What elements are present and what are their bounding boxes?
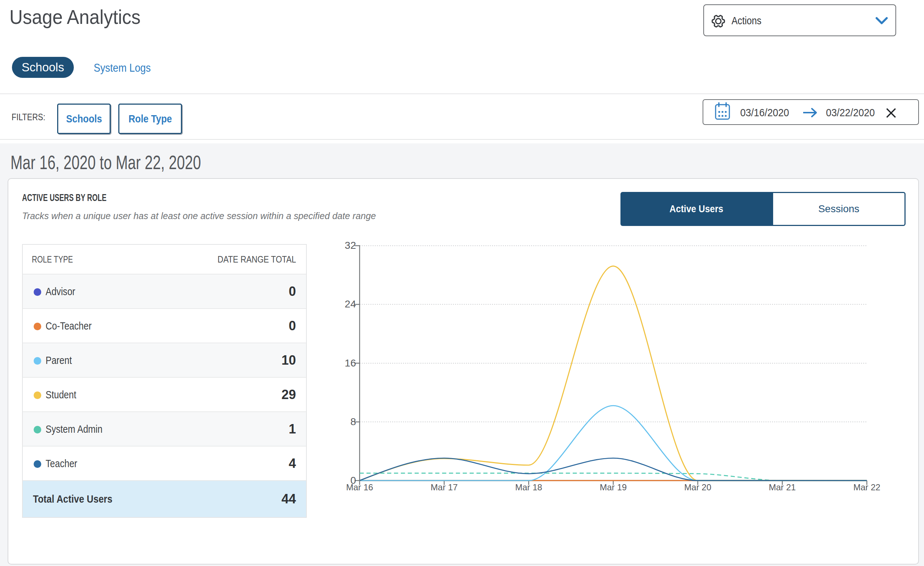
svg-text:Mar 16: Mar 16: [346, 482, 374, 492]
svg-text:Mar 20: Mar 20: [684, 482, 711, 492]
svg-text:24: 24: [345, 298, 356, 310]
svg-text:Mar 17: Mar 17: [430, 482, 458, 492]
svg-text:Mar 19: Mar 19: [600, 482, 627, 492]
svg-text:Mar 21: Mar 21: [769, 482, 796, 492]
svg-text:16: 16: [345, 357, 356, 369]
svg-text:Mar 18: Mar 18: [515, 482, 542, 492]
svg-text:32: 32: [345, 240, 356, 251]
svg-text:8: 8: [350, 416, 356, 427]
svg-text:Mar 22: Mar 22: [854, 482, 880, 492]
